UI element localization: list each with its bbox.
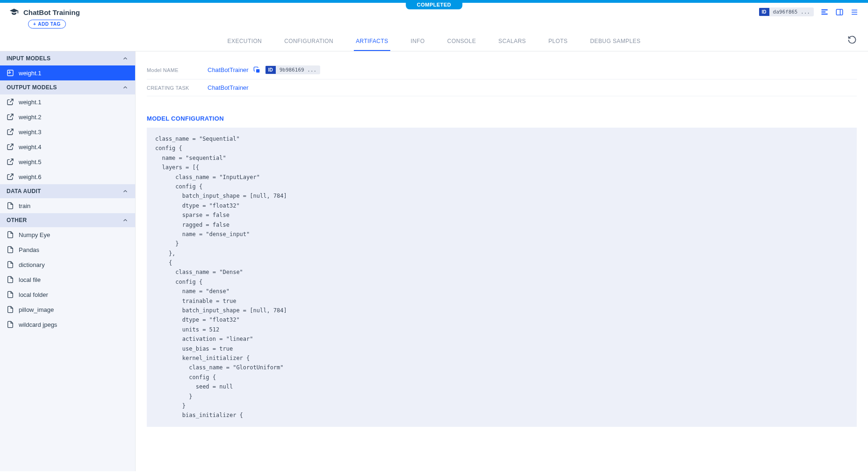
chevron-up-icon bbox=[122, 55, 129, 62]
sidebar-section-input-models[interactable]: INPUT MODELS bbox=[0, 51, 135, 65]
model-id-badge-label: ID bbox=[265, 66, 276, 74]
tab-info[interactable]: INFO bbox=[409, 32, 427, 51]
sidebar-item-label: Pandas bbox=[19, 246, 39, 253]
file-icon bbox=[7, 261, 14, 268]
model-id-chip[interactable]: ID 9b986169 ... bbox=[265, 65, 320, 74]
tab-scalars[interactable]: SCALARS bbox=[496, 32, 528, 51]
svg-rect-10 bbox=[256, 69, 259, 72]
expand-panel-icon[interactable] bbox=[835, 8, 844, 16]
file-icon bbox=[7, 291, 14, 298]
sidebar-item-dictionary[interactable]: dictionary bbox=[0, 257, 135, 272]
model-name-label: Model NAME bbox=[147, 67, 198, 73]
tab-plots[interactable]: PLOTS bbox=[546, 32, 569, 51]
sidebar-item-weight-3[interactable]: weight.3 bbox=[0, 124, 135, 139]
details-panel-icon[interactable] bbox=[820, 8, 829, 16]
sidebar-item-weight-4[interactable]: weight.4 bbox=[0, 139, 135, 154]
file-icon bbox=[7, 321, 14, 328]
file-icon bbox=[7, 246, 14, 253]
file-icon bbox=[7, 231, 14, 238]
chevron-up-icon bbox=[122, 217, 129, 223]
external-link-icon bbox=[7, 158, 14, 166]
import-icon bbox=[7, 69, 14, 77]
model-name-row: Model NAME ChatBotTrainer ID 9b986169 ..… bbox=[147, 61, 857, 79]
sidebar-item-train[interactable]: train bbox=[0, 198, 135, 213]
external-link-icon bbox=[7, 128, 14, 136]
svg-rect-2 bbox=[821, 14, 828, 14]
creating-task-label: CREATING TASK bbox=[147, 85, 198, 91]
main-tabs: EXECUTIONCONFIGURATIONARTIFACTSINFOCONSO… bbox=[0, 32, 868, 51]
refresh-icon[interactable] bbox=[847, 35, 857, 44]
sidebar-item-label: weight.1 bbox=[19, 70, 41, 77]
sidebar-item-label: weight.2 bbox=[19, 114, 41, 121]
model-config-title: MODEL CONFIGURATION bbox=[147, 115, 857, 122]
external-link-icon bbox=[7, 143, 14, 151]
tab-execution[interactable]: EXECUTION bbox=[226, 32, 264, 51]
creating-task-row: CREATING TASK ChatBotTrainer bbox=[147, 79, 857, 96]
sidebar-item-numpy-eye[interactable]: Numpy Eye bbox=[0, 227, 135, 242]
svg-rect-3 bbox=[836, 9, 843, 15]
external-link-icon bbox=[7, 113, 14, 121]
graduation-cap-icon bbox=[9, 7, 19, 17]
sidebar-item-weight-1[interactable]: weight.1 bbox=[0, 65, 135, 80]
chevron-up-icon bbox=[122, 188, 129, 194]
sidebar-item-local-folder[interactable]: local folder bbox=[0, 287, 135, 302]
svg-rect-1 bbox=[821, 11, 825, 12]
sidebar-item-local-file[interactable]: local file bbox=[0, 272, 135, 287]
id-badge-label: ID bbox=[759, 8, 769, 16]
experiment-id-chip[interactable]: ID da96f865 ... bbox=[759, 7, 814, 16]
sidebar-item-label: weight.1 bbox=[19, 99, 41, 106]
sidebar-item-pillow-image[interactable]: pillow_image bbox=[0, 302, 135, 317]
sidebar-item-label: local file bbox=[19, 276, 41, 283]
sidebar-item-label: weight.5 bbox=[19, 158, 41, 166]
artifacts-sidebar: INPUT MODELSweight.1OUTPUT MODELSweight.… bbox=[0, 51, 136, 471]
sidebar-item-label: train bbox=[19, 202, 30, 209]
sidebar-item-label: weight.3 bbox=[19, 129, 41, 136]
sidebar-item-label: local folder bbox=[19, 291, 48, 298]
chevron-up-icon bbox=[122, 84, 129, 91]
sidebar-section-data-audit[interactable]: DATA AUDIT bbox=[0, 184, 135, 198]
plus-icon: + bbox=[33, 22, 36, 27]
creating-task-link[interactable]: ChatBotTrainer bbox=[208, 84, 249, 91]
sidebar-item-pandas[interactable]: Pandas bbox=[0, 242, 135, 257]
section-title: OTHER bbox=[7, 217, 27, 223]
menu-icon[interactable] bbox=[850, 8, 859, 16]
file-icon bbox=[7, 276, 14, 283]
sidebar-item-weight-2[interactable]: weight.2 bbox=[0, 109, 135, 124]
tab-configuration[interactable]: CONFIGURATION bbox=[282, 32, 335, 51]
tab-artifacts[interactable]: ARTIFACTS bbox=[354, 32, 390, 51]
status-banner: COMPLETED bbox=[0, 0, 868, 3]
add-tag-button[interactable]: + ADD TAG bbox=[28, 20, 66, 29]
sidebar-item-label: wildcard jpegs bbox=[19, 321, 57, 328]
status-pill: COMPLETED bbox=[406, 0, 463, 9]
page-title: ChatBot Training bbox=[23, 8, 80, 16]
sidebar-item-label: dictionary bbox=[19, 261, 45, 268]
sidebar-item-label: Numpy Eye bbox=[19, 231, 50, 238]
file-icon bbox=[7, 306, 14, 313]
sidebar-item-wildcard-jpegs[interactable]: wildcard jpegs bbox=[0, 317, 135, 332]
tab-console[interactable]: CONSOLE bbox=[445, 32, 478, 51]
sidebar-item-weight-5[interactable]: weight.5 bbox=[0, 154, 135, 169]
section-title: OUTPUT MODELS bbox=[7, 84, 57, 91]
model-name-link[interactable]: ChatBotTrainer bbox=[208, 66, 249, 73]
section-title: INPUT MODELS bbox=[7, 55, 50, 62]
sidebar-item-label: pillow_image bbox=[19, 306, 54, 313]
tab-debug-samples[interactable]: DEBUG SAMPLES bbox=[588, 32, 643, 51]
section-title: DATA AUDIT bbox=[7, 188, 41, 194]
external-link-icon bbox=[7, 98, 14, 106]
sidebar-item-weight-1[interactable]: weight.1 bbox=[0, 94, 135, 109]
file-icon bbox=[7, 202, 14, 209]
artifact-detail: Model NAME ChatBotTrainer ID 9b986169 ..… bbox=[136, 51, 868, 471]
model-config-code: class_name = "Sequential" config { name … bbox=[147, 128, 857, 427]
sidebar-item-label: weight.4 bbox=[19, 144, 41, 151]
sidebar-section-other[interactable]: OTHER bbox=[0, 213, 135, 227]
model-id-badge-value: 9b986169 ... bbox=[276, 65, 320, 74]
id-badge-value: da96f865 ... bbox=[769, 7, 814, 16]
add-tag-label: ADD TAG bbox=[38, 22, 60, 27]
sidebar-item-weight-6[interactable]: weight.6 bbox=[0, 169, 135, 184]
external-link-icon bbox=[7, 173, 14, 180]
copy-icon[interactable] bbox=[253, 66, 261, 74]
sidebar-section-output-models[interactable]: OUTPUT MODELS bbox=[0, 80, 135, 94]
svg-rect-0 bbox=[821, 9, 828, 10]
sidebar-item-label: weight.6 bbox=[19, 173, 41, 180]
